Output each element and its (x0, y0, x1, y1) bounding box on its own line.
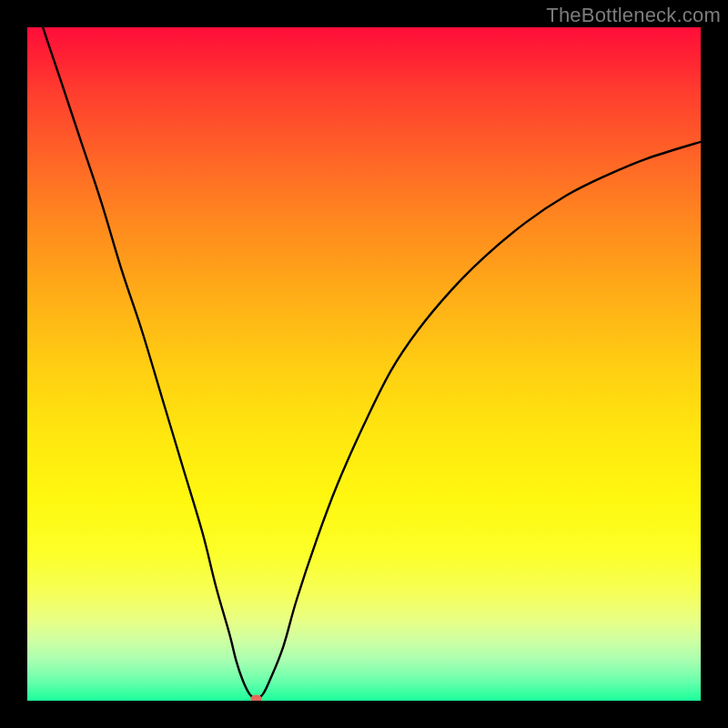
watermark-text: TheBottleneck.com (546, 4, 721, 27)
local-min-marker (250, 695, 262, 701)
plot-area (27, 27, 701, 701)
marker-layer (27, 27, 701, 701)
chart-frame: TheBottleneck.com (0, 0, 728, 728)
